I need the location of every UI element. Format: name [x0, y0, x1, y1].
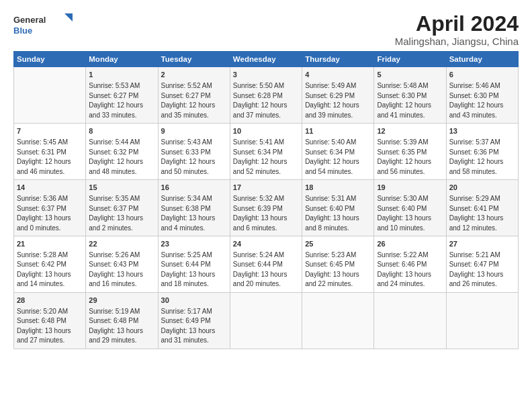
cell-text: Sunset: 6:29 PM	[305, 92, 355, 99]
cell-text: Sunrise: 5:23 AM	[305, 251, 356, 259]
cell-text: Sunset: 6:35 PM	[377, 148, 427, 156]
cell-text: Sunrise: 5:26 AM	[89, 251, 140, 259]
cell-text: Sunset: 6:39 PM	[233, 205, 283, 212]
cell-text: Sunrise: 5:40 AM	[305, 138, 356, 146]
col-header-wednesday: Wednesday	[230, 52, 302, 67]
cell-text: Sunrise: 5:44 AM	[89, 138, 140, 146]
cell-text: Daylight: 13 hours	[17, 271, 71, 278]
calendar-cell: 9Sunrise: 5:43 AMSunset: 6:33 PMDaylight…	[158, 124, 230, 180]
cell-text: Sunrise: 5:53 AM	[89, 82, 140, 89]
calendar-cell: 27Sunrise: 5:21 AMSunset: 6:47 PMDayligh…	[446, 236, 518, 293]
cell-text: Sunrise: 5:25 AM	[161, 251, 212, 259]
cell-text: Sunset: 6:48 PM	[89, 317, 138, 324]
cell-text: Sunset: 6:31 PM	[17, 148, 66, 156]
day-number: 26	[377, 239, 443, 250]
cell-text: Daylight: 13 hours	[161, 214, 216, 222]
day-number: 14	[17, 183, 83, 193]
cell-text: Sunrise: 5:30 AM	[377, 195, 428, 202]
week-row-2: 7Sunrise: 5:45 AMSunset: 6:31 PMDaylight…	[14, 124, 519, 180]
calendar-cell: 12Sunrise: 5:39 AMSunset: 6:35 PMDayligh…	[374, 124, 446, 180]
calendar-cell: 20Sunrise: 5:29 AMSunset: 6:41 PMDayligh…	[446, 180, 518, 236]
cell-text: Sunrise: 5:20 AM	[17, 308, 68, 315]
calendar-cell: 11Sunrise: 5:40 AMSunset: 6:34 PMDayligh…	[302, 124, 374, 180]
cell-text: Sunset: 6:38 PM	[161, 205, 211, 212]
calendar-cell	[230, 292, 302, 349]
cell-text: Sunset: 6:44 PM	[161, 261, 211, 268]
cell-text: Sunrise: 5:31 AM	[305, 195, 356, 202]
cell-text: Sunset: 6:42 PM	[17, 261, 66, 268]
cell-text: and 56 minutes.	[377, 168, 425, 175]
cell-text: and 16 minutes.	[89, 280, 136, 287]
cell-text: Daylight: 13 hours	[161, 271, 216, 278]
calendar-cell: 2Sunrise: 5:52 AMSunset: 6:27 PMDaylight…	[158, 67, 230, 124]
cell-text: and 27 minutes.	[17, 336, 64, 344]
cell-text: Daylight: 12 hours	[89, 158, 143, 165]
day-number: 3	[233, 70, 299, 81]
cell-text: and 22 minutes.	[305, 280, 353, 287]
header-row: SundayMondayTuesdayWednesdayThursdayFrid…	[14, 52, 519, 67]
logo: General Blue	[13, 12, 74, 38]
cell-text: Sunset: 6:40 PM	[305, 205, 355, 212]
day-number: 5	[377, 70, 443, 81]
svg-text:General: General	[13, 15, 46, 25]
cell-text: Sunrise: 5:35 AM	[89, 195, 140, 202]
calendar-cell: 3Sunrise: 5:50 AMSunset: 6:28 PMDaylight…	[230, 67, 302, 124]
cell-text: Sunrise: 5:29 AM	[449, 195, 500, 202]
day-number: 4	[305, 70, 371, 81]
calendar-cell: 4Sunrise: 5:49 AMSunset: 6:29 PMDaylight…	[302, 67, 374, 124]
cell-text: Daylight: 13 hours	[233, 214, 287, 222]
cell-text: Daylight: 13 hours	[449, 214, 504, 222]
cell-text: Sunrise: 5:41 AM	[233, 138, 284, 146]
cell-text: Sunrise: 5:45 AM	[17, 138, 68, 146]
day-number: 15	[89, 183, 154, 193]
cell-text: and 12 minutes.	[449, 224, 497, 232]
cell-text: Daylight: 12 hours	[89, 101, 143, 109]
calendar-cell: 23Sunrise: 5:25 AMSunset: 6:44 PMDayligh…	[158, 236, 230, 293]
cell-text: Daylight: 12 hours	[449, 101, 504, 109]
calendar-cell: 24Sunrise: 5:24 AMSunset: 6:44 PMDayligh…	[230, 236, 302, 293]
calendar-cell: 7Sunrise: 5:45 AMSunset: 6:31 PMDaylight…	[14, 124, 86, 180]
cell-text: Sunset: 6:48 PM	[17, 317, 66, 324]
calendar-cell: 15Sunrise: 5:35 AMSunset: 6:37 PMDayligh…	[86, 180, 158, 236]
cell-text: and 48 minutes.	[89, 168, 136, 175]
calendar-cell: 22Sunrise: 5:26 AMSunset: 6:43 PMDayligh…	[86, 236, 158, 293]
cell-text: Daylight: 13 hours	[233, 271, 287, 278]
cell-text: Sunset: 6:33 PM	[161, 148, 211, 156]
svg-text:Blue: Blue	[13, 26, 32, 36]
cell-text: Sunrise: 5:49 AM	[305, 82, 356, 89]
col-header-saturday: Saturday	[446, 52, 518, 67]
cell-text: and 14 minutes.	[17, 280, 64, 287]
cell-text: and 58 minutes.	[449, 168, 497, 175]
cell-text: Sunset: 6:37 PM	[17, 205, 66, 212]
col-header-tuesday: Tuesday	[158, 52, 230, 67]
calendar-cell: 19Sunrise: 5:30 AMSunset: 6:40 PMDayligh…	[374, 180, 446, 236]
week-row-4: 21Sunrise: 5:28 AMSunset: 6:42 PMDayligh…	[14, 236, 519, 293]
calendar-cell: 13Sunrise: 5:37 AMSunset: 6:36 PMDayligh…	[446, 124, 518, 180]
calendar-cell: 25Sunrise: 5:23 AMSunset: 6:45 PMDayligh…	[302, 236, 374, 293]
cell-text: and 18 minutes.	[161, 280, 209, 287]
day-number: 30	[161, 295, 227, 306]
calendar-cell: 21Sunrise: 5:28 AMSunset: 6:42 PMDayligh…	[14, 236, 86, 293]
cell-text: Daylight: 12 hours	[305, 158, 359, 165]
cell-text: Daylight: 13 hours	[305, 271, 359, 278]
cell-text: Sunrise: 5:17 AM	[161, 308, 212, 315]
cell-text: Sunrise: 5:36 AM	[17, 195, 68, 202]
cell-text: Sunset: 6:44 PM	[233, 261, 283, 268]
logo-svg: General Blue	[13, 12, 74, 38]
calendar-cell: 5Sunrise: 5:48 AMSunset: 6:30 PMDaylight…	[374, 67, 446, 124]
week-row-1: 1Sunrise: 5:53 AMSunset: 6:27 PMDaylight…	[14, 67, 519, 124]
cell-text: Sunrise: 5:43 AM	[161, 138, 212, 146]
cell-text: Daylight: 12 hours	[161, 101, 216, 109]
day-number: 1	[89, 70, 154, 81]
cell-text: Sunset: 6:43 PM	[89, 261, 138, 268]
cell-text: Sunset: 6:47 PM	[449, 261, 499, 268]
cell-text: and 26 minutes.	[449, 280, 497, 287]
cell-text: Sunset: 6:36 PM	[449, 148, 499, 156]
cell-text: Sunrise: 5:21 AM	[449, 251, 500, 259]
cell-text: Sunset: 6:37 PM	[89, 205, 138, 212]
cell-text: Sunrise: 5:48 AM	[377, 82, 428, 89]
calendar-cell: 1Sunrise: 5:53 AMSunset: 6:27 PMDaylight…	[86, 67, 158, 124]
col-header-monday: Monday	[86, 52, 158, 67]
calendar-cell: 10Sunrise: 5:41 AMSunset: 6:34 PMDayligh…	[230, 124, 302, 180]
day-number: 23	[161, 239, 227, 250]
